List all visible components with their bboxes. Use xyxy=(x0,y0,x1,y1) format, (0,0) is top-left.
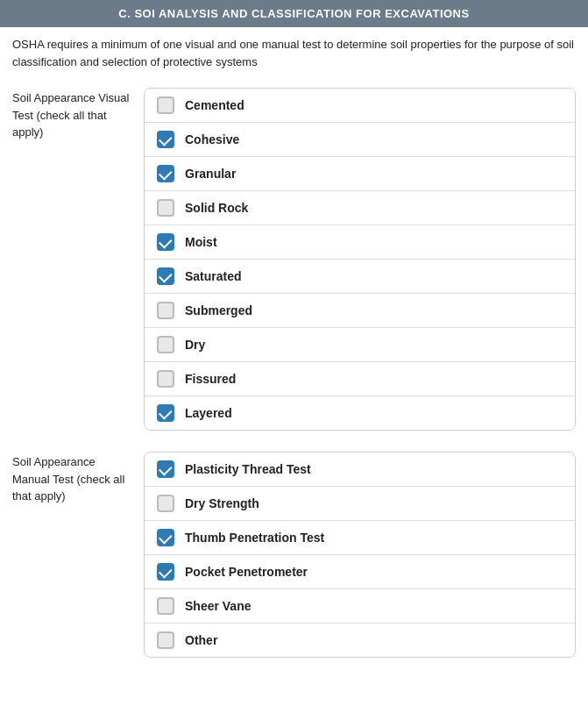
visual-test-label: Soil Appearance Visual Test (check all t… xyxy=(12,88,135,431)
item-label-plasticity_thread: Plasticity Thread Test xyxy=(185,462,311,476)
item-label-sheer_vane: Sheer Vane xyxy=(185,599,251,613)
checklist-item-thumb_penetration[interactable]: Thumb Penetration Test xyxy=(145,521,575,555)
checkbox-saturated[interactable] xyxy=(157,267,174,285)
checkbox-dry[interactable] xyxy=(157,336,174,353)
checklist-item-cohesive[interactable]: Cohesive xyxy=(145,123,575,157)
item-label-dry: Dry xyxy=(185,338,205,352)
item-label-solid_rock: Solid Rock xyxy=(185,201,248,215)
checklist-item-cemented[interactable]: Cemented xyxy=(145,89,575,123)
item-label-cemented: Cemented xyxy=(185,98,244,112)
checkbox-other[interactable] xyxy=(157,631,174,649)
checklist-item-layered[interactable]: Layered xyxy=(145,396,575,430)
checkbox-sheer_vane[interactable] xyxy=(157,597,174,615)
item-label-submerged: Submerged xyxy=(185,303,252,317)
intro-section: OSHA requires a minimum of one visual an… xyxy=(0,27,588,81)
checklist-item-solid_rock[interactable]: Solid Rock xyxy=(145,191,575,225)
checkbox-moist[interactable] xyxy=(157,233,174,251)
checkbox-thumb_penetration[interactable] xyxy=(157,529,174,546)
checkbox-plasticity_thread[interactable] xyxy=(157,460,174,478)
item-label-saturated: Saturated xyxy=(185,269,242,283)
visual-test-section: Soil Appearance Visual Test (check all t… xyxy=(0,81,588,445)
item-label-cohesive: Cohesive xyxy=(185,132,239,146)
checklist-item-fissured[interactable]: Fissured xyxy=(145,362,575,396)
item-label-granular: Granular xyxy=(185,167,236,181)
visual-test-checklist: Cemented Cohesive Granular Solid Rock Mo… xyxy=(144,88,576,431)
checklist-item-granular[interactable]: Granular xyxy=(145,157,575,191)
item-label-thumb_penetration: Thumb Penetration Test xyxy=(185,531,324,545)
checkbox-submerged[interactable] xyxy=(157,302,174,319)
checkbox-fissured[interactable] xyxy=(157,370,174,388)
manual-test-label: Soil Appearance Manual Test (check all t… xyxy=(12,452,135,658)
checklist-item-moist[interactable]: Moist xyxy=(145,225,575,260)
page-header: C. SOI ANALYSIS AND CLASSIFICATION FOR E… xyxy=(0,0,588,27)
checkbox-dry_strength[interactable] xyxy=(157,495,174,512)
checklist-item-submerged[interactable]: Submerged xyxy=(145,294,575,328)
checklist-item-other[interactable]: Other xyxy=(145,624,575,657)
item-label-pocket_penetrometer: Pocket Penetrometer xyxy=(185,565,308,579)
checkbox-cohesive[interactable] xyxy=(157,131,174,148)
item-label-moist: Moist xyxy=(185,235,217,249)
item-label-other: Other xyxy=(185,633,217,647)
checklist-item-plasticity_thread[interactable]: Plasticity Thread Test xyxy=(145,453,575,487)
checklist-item-sheer_vane[interactable]: Sheer Vane xyxy=(145,589,575,624)
manual-test-checklist: Plasticity Thread Test Dry Strength Thum… xyxy=(144,452,576,658)
checkbox-cemented[interactable] xyxy=(157,96,174,114)
checkbox-granular[interactable] xyxy=(157,165,174,182)
checkbox-solid_rock[interactable] xyxy=(157,199,174,217)
checklist-item-dry_strength[interactable]: Dry Strength xyxy=(145,487,575,521)
item-label-layered: Layered xyxy=(185,406,232,420)
item-label-fissured: Fissured xyxy=(185,372,236,386)
checkbox-layered[interactable] xyxy=(157,404,174,422)
checkbox-pocket_penetrometer[interactable] xyxy=(157,563,174,581)
manual-test-section: Soil Appearance Manual Test (check all t… xyxy=(0,445,588,672)
item-label-dry_strength: Dry Strength xyxy=(185,496,259,510)
checklist-item-dry[interactable]: Dry xyxy=(145,328,575,362)
checklist-item-pocket_penetrometer[interactable]: Pocket Penetrometer xyxy=(145,555,575,589)
checklist-item-saturated[interactable]: Saturated xyxy=(145,260,575,294)
